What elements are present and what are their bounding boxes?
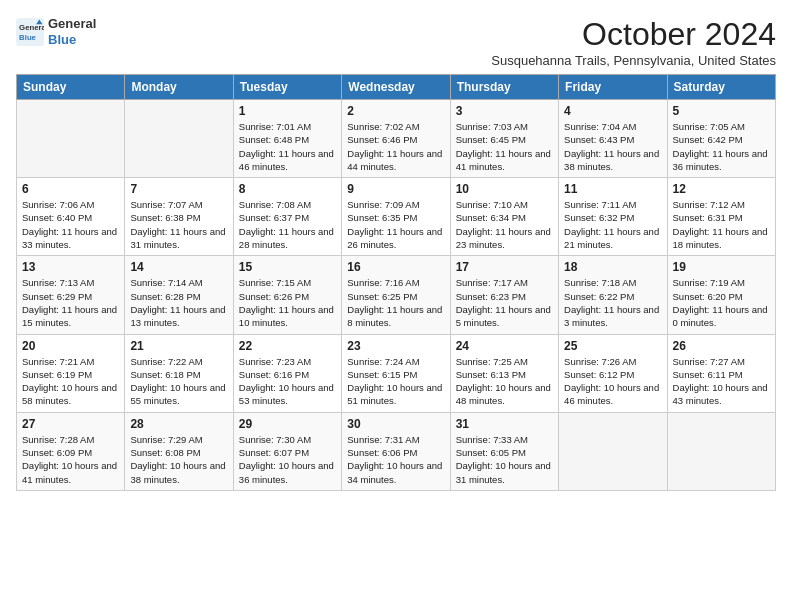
- day-number: 1: [239, 104, 336, 118]
- svg-text:Blue: Blue: [19, 32, 37, 41]
- day-number: 12: [673, 182, 770, 196]
- calendar-cell: 29Sunrise: 7:30 AM Sunset: 6:07 PM Dayli…: [233, 412, 341, 490]
- day-info: Sunrise: 7:19 AM Sunset: 6:20 PM Dayligh…: [673, 276, 770, 329]
- calendar-cell: 25Sunrise: 7:26 AM Sunset: 6:12 PM Dayli…: [559, 334, 667, 412]
- day-number: 4: [564, 104, 661, 118]
- calendar-cell: 15Sunrise: 7:15 AM Sunset: 6:26 PM Dayli…: [233, 256, 341, 334]
- day-number: 26: [673, 339, 770, 353]
- header-monday: Monday: [125, 75, 233, 100]
- day-info: Sunrise: 7:01 AM Sunset: 6:48 PM Dayligh…: [239, 120, 336, 173]
- calendar-week-2: 6Sunrise: 7:06 AM Sunset: 6:40 PM Daylig…: [17, 178, 776, 256]
- calendar-cell: 4Sunrise: 7:04 AM Sunset: 6:43 PM Daylig…: [559, 100, 667, 178]
- header-friday: Friday: [559, 75, 667, 100]
- logo: General Blue General Blue: [16, 16, 96, 47]
- calendar-week-3: 13Sunrise: 7:13 AM Sunset: 6:29 PM Dayli…: [17, 256, 776, 334]
- calendar-cell: 5Sunrise: 7:05 AM Sunset: 6:42 PM Daylig…: [667, 100, 775, 178]
- calendar-cell: 17Sunrise: 7:17 AM Sunset: 6:23 PM Dayli…: [450, 256, 558, 334]
- day-number: 16: [347, 260, 444, 274]
- day-number: 9: [347, 182, 444, 196]
- day-info: Sunrise: 7:15 AM Sunset: 6:26 PM Dayligh…: [239, 276, 336, 329]
- calendar-cell: 3Sunrise: 7:03 AM Sunset: 6:45 PM Daylig…: [450, 100, 558, 178]
- calendar-week-1: 1Sunrise: 7:01 AM Sunset: 6:48 PM Daylig…: [17, 100, 776, 178]
- day-info: Sunrise: 7:02 AM Sunset: 6:46 PM Dayligh…: [347, 120, 444, 173]
- calendar-cell: 24Sunrise: 7:25 AM Sunset: 6:13 PM Dayli…: [450, 334, 558, 412]
- day-number: 5: [673, 104, 770, 118]
- day-info: Sunrise: 7:14 AM Sunset: 6:28 PM Dayligh…: [130, 276, 227, 329]
- day-number: 3: [456, 104, 553, 118]
- calendar-cell: 9Sunrise: 7:09 AM Sunset: 6:35 PM Daylig…: [342, 178, 450, 256]
- day-info: Sunrise: 7:09 AM Sunset: 6:35 PM Dayligh…: [347, 198, 444, 251]
- day-number: 13: [22, 260, 119, 274]
- day-number: 31: [456, 417, 553, 431]
- page-header: General Blue General Blue October 2024 S…: [16, 16, 776, 68]
- calendar-table: SundayMondayTuesdayWednesdayThursdayFrid…: [16, 74, 776, 491]
- calendar-cell: [667, 412, 775, 490]
- calendar-cell: 13Sunrise: 7:13 AM Sunset: 6:29 PM Dayli…: [17, 256, 125, 334]
- header-wednesday: Wednesday: [342, 75, 450, 100]
- day-info: Sunrise: 7:06 AM Sunset: 6:40 PM Dayligh…: [22, 198, 119, 251]
- day-info: Sunrise: 7:25 AM Sunset: 6:13 PM Dayligh…: [456, 355, 553, 408]
- calendar-cell: 22Sunrise: 7:23 AM Sunset: 6:16 PM Dayli…: [233, 334, 341, 412]
- day-info: Sunrise: 7:13 AM Sunset: 6:29 PM Dayligh…: [22, 276, 119, 329]
- day-info: Sunrise: 7:27 AM Sunset: 6:11 PM Dayligh…: [673, 355, 770, 408]
- day-info: Sunrise: 7:30 AM Sunset: 6:07 PM Dayligh…: [239, 433, 336, 486]
- logo-icon: General Blue: [16, 18, 44, 46]
- header-tuesday: Tuesday: [233, 75, 341, 100]
- calendar-cell: 2Sunrise: 7:02 AM Sunset: 6:46 PM Daylig…: [342, 100, 450, 178]
- day-info: Sunrise: 7:12 AM Sunset: 6:31 PM Dayligh…: [673, 198, 770, 251]
- calendar-cell: 1Sunrise: 7:01 AM Sunset: 6:48 PM Daylig…: [233, 100, 341, 178]
- title-block: October 2024 Susquehanna Trails, Pennsyl…: [491, 16, 776, 68]
- calendar-cell: 14Sunrise: 7:14 AM Sunset: 6:28 PM Dayli…: [125, 256, 233, 334]
- day-number: 15: [239, 260, 336, 274]
- day-info: Sunrise: 7:03 AM Sunset: 6:45 PM Dayligh…: [456, 120, 553, 173]
- month-title: October 2024: [491, 16, 776, 53]
- svg-text:General: General: [19, 23, 44, 32]
- day-info: Sunrise: 7:31 AM Sunset: 6:06 PM Dayligh…: [347, 433, 444, 486]
- day-info: Sunrise: 7:28 AM Sunset: 6:09 PM Dayligh…: [22, 433, 119, 486]
- day-info: Sunrise: 7:07 AM Sunset: 6:38 PM Dayligh…: [130, 198, 227, 251]
- day-info: Sunrise: 7:29 AM Sunset: 6:08 PM Dayligh…: [130, 433, 227, 486]
- day-number: 2: [347, 104, 444, 118]
- calendar-week-4: 20Sunrise: 7:21 AM Sunset: 6:19 PM Dayli…: [17, 334, 776, 412]
- header-saturday: Saturday: [667, 75, 775, 100]
- day-number: 21: [130, 339, 227, 353]
- day-info: Sunrise: 7:24 AM Sunset: 6:15 PM Dayligh…: [347, 355, 444, 408]
- calendar-cell: [559, 412, 667, 490]
- day-info: Sunrise: 7:11 AM Sunset: 6:32 PM Dayligh…: [564, 198, 661, 251]
- day-number: 7: [130, 182, 227, 196]
- calendar-cell: 16Sunrise: 7:16 AM Sunset: 6:25 PM Dayli…: [342, 256, 450, 334]
- header-sunday: Sunday: [17, 75, 125, 100]
- day-number: 19: [673, 260, 770, 274]
- day-number: 8: [239, 182, 336, 196]
- day-info: Sunrise: 7:18 AM Sunset: 6:22 PM Dayligh…: [564, 276, 661, 329]
- calendar-cell: [125, 100, 233, 178]
- day-number: 6: [22, 182, 119, 196]
- calendar-header-row: SundayMondayTuesdayWednesdayThursdayFrid…: [17, 75, 776, 100]
- calendar-subtitle: Susquehanna Trails, Pennsylvania, United…: [491, 53, 776, 68]
- calendar-cell: 12Sunrise: 7:12 AM Sunset: 6:31 PM Dayli…: [667, 178, 775, 256]
- calendar-cell: 27Sunrise: 7:28 AM Sunset: 6:09 PM Dayli…: [17, 412, 125, 490]
- day-number: 17: [456, 260, 553, 274]
- calendar-cell: 7Sunrise: 7:07 AM Sunset: 6:38 PM Daylig…: [125, 178, 233, 256]
- day-info: Sunrise: 7:04 AM Sunset: 6:43 PM Dayligh…: [564, 120, 661, 173]
- day-number: 22: [239, 339, 336, 353]
- day-info: Sunrise: 7:08 AM Sunset: 6:37 PM Dayligh…: [239, 198, 336, 251]
- day-number: 25: [564, 339, 661, 353]
- calendar-cell: 10Sunrise: 7:10 AM Sunset: 6:34 PM Dayli…: [450, 178, 558, 256]
- day-number: 18: [564, 260, 661, 274]
- day-info: Sunrise: 7:21 AM Sunset: 6:19 PM Dayligh…: [22, 355, 119, 408]
- calendar-cell: 30Sunrise: 7:31 AM Sunset: 6:06 PM Dayli…: [342, 412, 450, 490]
- day-number: 27: [22, 417, 119, 431]
- day-number: 10: [456, 182, 553, 196]
- calendar-cell: 18Sunrise: 7:18 AM Sunset: 6:22 PM Dayli…: [559, 256, 667, 334]
- day-number: 24: [456, 339, 553, 353]
- day-info: Sunrise: 7:17 AM Sunset: 6:23 PM Dayligh…: [456, 276, 553, 329]
- day-number: 29: [239, 417, 336, 431]
- calendar-cell: 23Sunrise: 7:24 AM Sunset: 6:15 PM Dayli…: [342, 334, 450, 412]
- calendar-cell: 31Sunrise: 7:33 AM Sunset: 6:05 PM Dayli…: [450, 412, 558, 490]
- calendar-cell: 6Sunrise: 7:06 AM Sunset: 6:40 PM Daylig…: [17, 178, 125, 256]
- day-info: Sunrise: 7:23 AM Sunset: 6:16 PM Dayligh…: [239, 355, 336, 408]
- calendar-cell: 26Sunrise: 7:27 AM Sunset: 6:11 PM Dayli…: [667, 334, 775, 412]
- day-number: 30: [347, 417, 444, 431]
- day-info: Sunrise: 7:05 AM Sunset: 6:42 PM Dayligh…: [673, 120, 770, 173]
